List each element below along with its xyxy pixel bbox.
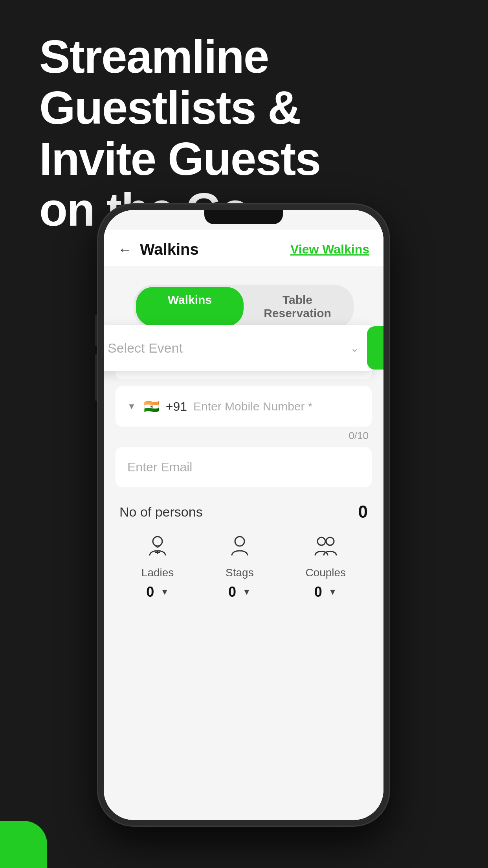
ladies-chevron-icon[interactable]: ▼ <box>160 587 169 597</box>
svg-point-3 <box>235 537 244 546</box>
phone-screen: ← Walkins View Walkins Select Event ⌄ → <box>104 210 383 820</box>
categories-row: Ladies 0 ▼ <box>116 536 372 600</box>
page-title: Walkins <box>140 241 199 258</box>
phone-mockup: ← Walkins View Walkins Select Event ⌄ → <box>51 204 436 853</box>
stags-stepper[interactable]: 0 ▼ <box>228 584 251 600</box>
tab-walkins[interactable]: Walkins <box>136 287 244 326</box>
category-stags: Stags 0 ▼ <box>226 536 254 600</box>
volume-down-button <box>95 354 97 401</box>
stags-label: Stags <box>226 566 254 579</box>
header-left: ← Walkins <box>118 241 199 258</box>
email-placeholder: Enter Email <box>127 460 192 474</box>
view-walkins-link[interactable]: View Walkins <box>290 242 369 257</box>
select-event-placeholder: Select Event <box>108 340 183 356</box>
app-header: ← Walkins View Walkins <box>104 230 383 266</box>
volume-up-button <box>95 314 97 346</box>
svg-point-4 <box>317 537 325 545</box>
flag-india-icon: 🇮🇳 <box>144 399 160 414</box>
phone-frame: ← Walkins View Walkins Select Event ⌄ → <box>98 204 389 826</box>
select-event-submit-button[interactable]: → <box>367 326 383 370</box>
select-event-chevron-icon: ⌄ <box>350 342 359 355</box>
persons-count: 0 <box>358 502 368 522</box>
dropdown-icon[interactable]: ▼ <box>127 401 136 412</box>
svg-point-5 <box>326 537 334 545</box>
arrow-right-icon: → <box>380 338 383 358</box>
couples-stepper[interactable]: 0 ▼ <box>314 584 337 600</box>
persons-label: No of persons <box>119 504 203 520</box>
screen-content: ← Walkins View Walkins Select Event ⌄ → <box>104 230 383 820</box>
green-corner-accent <box>0 821 47 868</box>
persons-row: No of persons 0 <box>116 494 372 530</box>
stags-value: 0 <box>228 584 236 600</box>
ladies-value: 0 <box>146 584 154 600</box>
email-input[interactable]: Enter Email <box>116 447 372 487</box>
stags-icon <box>230 536 250 562</box>
country-code: +91 <box>166 399 187 414</box>
category-couples: Couples 0 ▼ <box>305 536 346 600</box>
couples-value: 0 <box>314 584 322 600</box>
couples-chevron-icon[interactable]: ▼ <box>328 587 337 597</box>
phone-placeholder: Enter Mobile Number * <box>193 400 312 413</box>
phone-notch <box>204 210 283 224</box>
tab-table-reservation[interactable]: Table Reservation <box>244 287 351 326</box>
category-ladies: Ladies 0 ▼ <box>141 536 174 600</box>
ladies-icon <box>148 536 167 562</box>
back-button[interactable]: ← <box>118 241 132 258</box>
couples-label: Couples <box>305 566 346 579</box>
phone-input[interactable]: ▼ 🇮🇳 +91 Enter Mobile Number * <box>116 386 372 427</box>
stags-chevron-icon[interactable]: ▼ <box>242 587 251 597</box>
ladies-stepper[interactable]: 0 ▼ <box>146 584 169 600</box>
char-count: 0/10 <box>116 430 372 442</box>
couples-icon <box>314 536 337 562</box>
tab-bar: Walkins Table Reservation <box>134 285 354 329</box>
select-event-bar[interactable]: Select Event ⌄ → <box>104 325 375 371</box>
ladies-label: Ladies <box>141 566 174 579</box>
svg-point-0 <box>153 537 162 546</box>
